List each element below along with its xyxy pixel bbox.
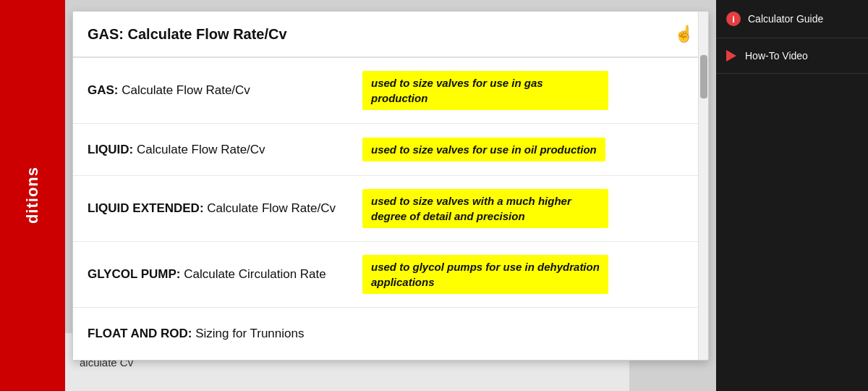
dropdown-item-gas[interactable]: GAS: Calculate Flow Rate/Cv used to size… (73, 58, 708, 124)
dropdown-item-glycol-pump-badge: used to glycol pumps for use in dehydrat… (362, 255, 608, 294)
dropdown-item-float-and-rod[interactable]: FLOAT AND ROD: Sizing for Trunnions (73, 308, 708, 360)
sidebar-label-how-to-video: How-To Video (745, 50, 808, 62)
dropdown-list: GAS: Calculate Flow Rate/Cv used to size… (73, 58, 708, 360)
dropdown-item-liquid[interactable]: LIQUID: Calculate Flow Rate/Cv used to s… (73, 124, 708, 176)
dropdown-selected-label: GAS: Calculate Flow Rate/Cv (88, 26, 287, 43)
dropdown-item-liquid-extended-label: LIQUID EXTENDED: Calculate Flow Rate/Cv (88, 201, 348, 216)
play-icon (726, 50, 736, 62)
dropdown-item-gas-label: GAS: Calculate Flow Rate/Cv (88, 83, 348, 98)
dropdown-item-glycol-pump-label: GLYCOL PUMP: Calculate Circulation Rate (88, 267, 348, 282)
dropdown-item-float-and-rod-label: FLOAT AND ROD: Sizing for Trunnions (88, 327, 348, 341)
dropdown-container: GAS: Calculate Flow Rate/Cv ☝ GAS: Calcu… (72, 11, 709, 361)
dropdown-item-glycol-pump[interactable]: GLYCOL PUMP: Calculate Circulation Rate … (73, 242, 708, 308)
dropdown-arrow[interactable]: ☝ (674, 25, 694, 43)
dropdown-item-liquid-label: LIQUID: Calculate Flow Rate/Cv (88, 143, 348, 157)
dropdown-item-liquid-extended[interactable]: LIQUID EXTENDED: Calculate Flow Rate/Cv … (73, 176, 708, 242)
dropdown-item-liquid-badge: used to size valves for use in oil produ… (362, 138, 605, 161)
dropdown-item-gas-badge: used to size valves for use in gas produ… (362, 71, 608, 110)
dropdown-scrollbar[interactable] (698, 12, 708, 360)
right-sidebar: i Calculator Guide How-To Video (716, 0, 868, 391)
info-icon: i (726, 12, 741, 26)
left-sidebar-text: ditions (23, 167, 42, 224)
sidebar-item-how-to-video[interactable]: How-To Video (716, 38, 868, 74)
sidebar-label-calculator-guide: Calculator Guide (748, 13, 823, 25)
dropdown-item-liquid-extended-badge: used to size valves with a much higher d… (362, 189, 608, 228)
scrollbar-thumb[interactable] (700, 55, 707, 98)
left-sidebar: ditions (0, 0, 65, 391)
dropdown-selected[interactable]: GAS: Calculate Flow Rate/Cv ☝ (73, 12, 708, 58)
sidebar-item-calculator-guide[interactable]: i Calculator Guide (716, 0, 868, 38)
